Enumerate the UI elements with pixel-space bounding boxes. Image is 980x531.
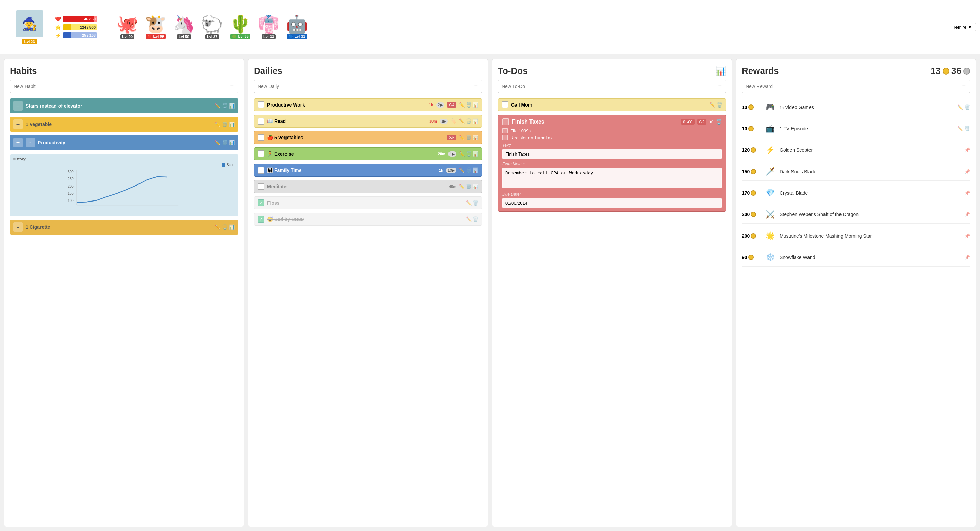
todos-add-button[interactable]: + <box>714 80 726 92</box>
edit-icon-read[interactable]: ✏️ <box>459 118 465 124</box>
edit-icon-stairs[interactable]: ✏️ <box>215 103 221 108</box>
chart-icon-family-time[interactable]: 📊 <box>473 167 479 173</box>
hp-bar-bg: 46 / 50 <box>63 16 97 22</box>
habit-history-productivity: History Score 300 250 200 150 100 <box>10 154 238 216</box>
daily-checkbox-meditate[interactable] <box>258 183 264 190</box>
edit-icon-tv-episode[interactable]: ✏️ <box>957 126 963 131</box>
delete-icon-call-mom[interactable]: 🗑️ <box>717 102 722 108</box>
reward-item-golden-scepter: 120 ⚡ Golden Scepter 📌 <box>742 141 970 159</box>
todo-due-input[interactable] <box>502 198 722 208</box>
delete-icon-stairs[interactable]: 🗑️ <box>222 103 228 108</box>
daily-checkbox-productive-work[interactable] <box>258 101 264 108</box>
delete-icon-exercise[interactable]: 🗑️ <box>466 151 472 156</box>
delete-icon-productive-work[interactable]: 🗑️ <box>466 102 472 108</box>
chart-icon-exercise[interactable]: 📊 <box>473 151 479 156</box>
delete-icon-vegetables[interactable]: 🗑️ <box>466 135 472 140</box>
daily-checkbox-floss[interactable]: ✓ <box>258 199 264 206</box>
daily-item-floss: ✓ Floss ✏️ 🗑️ <box>254 196 482 209</box>
delete-icon-productivity[interactable]: 🗑️ <box>222 140 228 145</box>
daily-actions-vegetables: ✏️ 🗑️ 📊 <box>459 135 479 140</box>
todo-close-icon[interactable]: ✕ <box>709 119 713 124</box>
chart-icon-stairs[interactable]: 📊 <box>229 103 235 108</box>
chart-icon-todos[interactable]: 📊 <box>715 66 726 76</box>
daily-checkbox-bed[interactable]: ✓ <box>258 216 264 223</box>
hp-bar-row: ❤️ 46 / 50 <box>55 16 110 22</box>
rewards-add-row[interactable]: + <box>742 80 970 93</box>
edit-icon-exercise[interactable]: ✏️ <box>459 151 465 156</box>
checklist-cb-turbotax[interactable] <box>502 135 508 140</box>
edit-icon-meditate[interactable]: ✏️ <box>459 184 465 189</box>
delete-icon-read[interactable]: 🗑️ <box>466 118 472 124</box>
reward-item-tv-episode: 10 📺 1 TV Episode ✏️ 🗑️ <box>742 120 970 138</box>
chart-icon-cigarette[interactable]: 📊 <box>229 224 235 230</box>
reward-label-golden-scepter: Golden Scepter <box>780 147 961 153</box>
todo-checkbox-finish-taxes[interactable] <box>502 118 509 125</box>
daily-checkbox-vegetables[interactable] <box>258 134 264 141</box>
todo-actions-call-mom: ✏️ 🗑️ <box>710 102 722 108</box>
delete-icon-bed[interactable]: 🗑️ <box>473 217 479 222</box>
habit-plus-stairs[interactable]: + <box>13 101 23 111</box>
pin-icon-stephen-weber[interactable]: 📌 <box>964 212 970 217</box>
pin-icon-golden-scepter[interactable]: 📌 <box>964 147 970 153</box>
dailies-add-row[interactable]: + <box>254 80 482 93</box>
reward-item-crystal-blade: 170 💎 Crystal Blade 📌 <box>742 184 970 202</box>
habit-plus-productivity[interactable]: + <box>13 138 23 147</box>
new-todo-input[interactable] <box>498 81 714 92</box>
pin-icon-crystal-blade[interactable]: 📌 <box>964 190 970 196</box>
reward-label-tv-episode: 1 TV Episode <box>780 126 954 131</box>
edit-icon-vegetables[interactable]: ✏️ <box>459 135 465 140</box>
reward-cost-value-mustaine: 200 <box>742 233 749 239</box>
new-reward-input[interactable] <box>742 81 958 92</box>
habit-plus-vegetable[interactable]: + <box>13 120 23 129</box>
edit-icon-productivity[interactable]: ✏️ <box>215 140 221 145</box>
edit-icon-vegetable[interactable]: ✏️ <box>215 121 221 127</box>
daily-checkbox-read[interactable] <box>258 118 264 124</box>
reward-icon-snowflake-wand: ❄️ <box>764 251 776 263</box>
dailies-add-button[interactable]: + <box>469 80 482 92</box>
habit-minus-productivity[interactable]: - <box>25 138 35 147</box>
habit-actions-cigarette: ✏️ 🗑️ 📊 <box>215 224 235 230</box>
edit-icon-cigarette[interactable]: ✏️ <box>215 224 221 230</box>
pin-icon-mustaine[interactable]: 📌 <box>964 233 970 239</box>
daily-checkbox-family-time[interactable] <box>258 167 264 174</box>
edit-icon-floss[interactable]: ✏️ <box>466 200 472 206</box>
delete-icon-meditate[interactable]: 🗑️ <box>466 184 472 189</box>
todo-text-input[interactable] <box>502 149 722 159</box>
daily-actions-productive-work: ✏️ 🗑️ 📊 <box>459 102 479 108</box>
delete-icon-cigarette[interactable]: 🗑️ <box>222 224 228 230</box>
chart-icon-productive-work[interactable]: 📊 <box>473 102 479 108</box>
delete-icon-tv-episode[interactable]: 🗑️ <box>964 126 970 131</box>
todo-notes-textarea[interactable]: Remember to call CPA on Wednesday <box>502 168 722 188</box>
daily-checkbox-exercise[interactable] <box>258 150 264 157</box>
chart-icon-productivity[interactable]: 📊 <box>229 140 235 145</box>
chart-icon-read[interactable]: 📊 <box>473 118 479 124</box>
delete-icon-vegetable[interactable]: 🗑️ <box>222 121 228 127</box>
chart-icon-meditate[interactable]: 📊 <box>473 184 479 189</box>
reward-label-dark-souls: Dark Souls Blade <box>780 169 961 174</box>
daily-actions-bed: ✏️ 🗑️ <box>466 217 479 222</box>
edit-icon-video-games[interactable]: ✏️ <box>957 105 963 110</box>
new-habit-input[interactable] <box>10 81 226 92</box>
new-daily-input[interactable] <box>254 81 469 92</box>
todo-checkbox-call-mom[interactable] <box>501 101 508 108</box>
todos-add-row[interactable]: + <box>498 80 726 93</box>
chart-icon-vegetables[interactable]: 📊 <box>473 135 479 140</box>
daily-label-family-time: 👨‍👩‍👧‍👦 Family Time <box>267 167 436 173</box>
delete-icon-family-time[interactable]: 🗑️ <box>466 167 472 173</box>
pin-icon-snowflake-wand[interactable]: 📌 <box>964 255 970 260</box>
habit-minus-cigarette[interactable]: - <box>13 222 23 232</box>
delete-icon-video-games[interactable]: 🗑️ <box>964 105 970 110</box>
habits-add-row[interactable]: + <box>10 80 238 93</box>
edit-icon-call-mom[interactable]: ✏️ <box>710 102 715 108</box>
rewards-add-button[interactable]: + <box>958 80 970 92</box>
todo-delete-icon[interactable]: 🗑️ <box>716 119 722 124</box>
edit-icon-bed[interactable]: ✏️ <box>466 217 472 222</box>
account-button[interactable]: lefnire ▼ <box>951 23 976 31</box>
habits-add-button[interactable]: + <box>226 80 238 92</box>
chart-icon-vegetable[interactable]: 📊 <box>229 121 235 127</box>
pin-icon-dark-souls[interactable]: 📌 <box>964 169 970 174</box>
edit-icon-productive-work[interactable]: ✏️ <box>459 102 465 108</box>
edit-icon-family-time[interactable]: ✏️ <box>459 167 465 173</box>
delete-icon-floss[interactable]: 🗑️ <box>473 200 479 206</box>
checklist-cb-1099s[interactable] <box>502 128 508 134</box>
